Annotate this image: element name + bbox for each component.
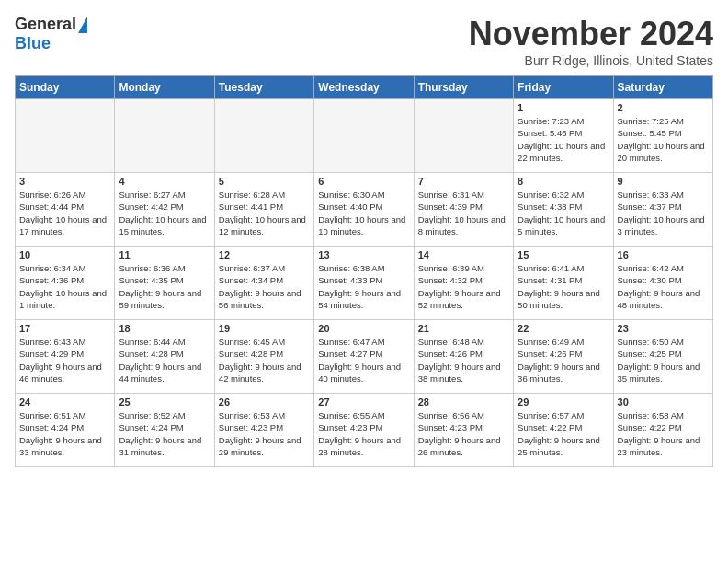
day-info: Sunrise: 6:27 AMSunset: 4:42 PMDaylight:… (119, 189, 210, 237)
day-info: Sunrise: 6:28 AMSunset: 4:41 PMDaylight:… (219, 189, 310, 237)
day-number: 28 (418, 396, 509, 408)
calendar-week-3: 10Sunrise: 6:34 AMSunset: 4:36 PMDayligh… (16, 247, 713, 320)
calendar-cell (214, 99, 313, 173)
day-info: Sunrise: 6:37 AMSunset: 4:34 PMDaylight:… (219, 262, 310, 311)
day-info: Sunrise: 6:55 AMSunset: 4:23 PMDaylight:… (318, 409, 409, 458)
weekday-header-tuesday: Tuesday (214, 76, 313, 99)
day-number: 14 (418, 249, 509, 260)
day-info: Sunrise: 6:34 AMSunset: 4:36 PMDaylight:… (19, 262, 110, 311)
day-info: Sunrise: 6:30 AMSunset: 4:40 PMDaylight:… (318, 189, 409, 237)
day-number: 19 (219, 323, 310, 334)
day-info: Sunrise: 6:39 AMSunset: 4:32 PMDaylight:… (418, 262, 509, 311)
day-info: Sunrise: 6:58 AMSunset: 4:22 PMDaylight:… (618, 409, 709, 458)
calendar-cell: 18Sunrise: 6:44 AMSunset: 4:28 PMDayligh… (115, 320, 214, 394)
day-info: Sunrise: 6:38 AMSunset: 4:33 PMDaylight:… (318, 262, 409, 311)
calendar-cell: 2Sunrise: 7:25 AMSunset: 5:45 PMDaylight… (613, 99, 712, 173)
day-number: 2 (618, 102, 709, 113)
day-number: 10 (19, 249, 110, 260)
day-number: 24 (19, 396, 110, 408)
day-info: Sunrise: 6:26 AMSunset: 4:44 PMDaylight:… (19, 189, 110, 237)
calendar-week-4: 17Sunrise: 6:43 AMSunset: 4:29 PMDayligh… (16, 320, 713, 394)
day-info: Sunrise: 7:25 AMSunset: 5:45 PMDaylight:… (618, 115, 709, 164)
calendar-cell: 14Sunrise: 6:39 AMSunset: 4:32 PMDayligh… (414, 247, 513, 320)
calendar-header-row: SundayMondayTuesdayWednesdayThursdayFrid… (16, 76, 713, 99)
calendar-cell (314, 99, 414, 173)
calendar-cell: 23Sunrise: 6:50 AMSunset: 4:25 PMDayligh… (613, 320, 712, 394)
calendar-cell (414, 99, 513, 173)
day-info: Sunrise: 6:32 AMSunset: 4:38 PMDaylight:… (518, 189, 609, 237)
day-number: 3 (19, 176, 110, 187)
weekday-header-thursday: Thursday (414, 76, 513, 99)
weekday-header-wednesday: Wednesday (314, 76, 414, 99)
day-number: 26 (219, 396, 310, 408)
calendar-cell: 6Sunrise: 6:30 AMSunset: 4:40 PMDaylight… (314, 173, 414, 247)
weekday-header-saturday: Saturday (613, 76, 712, 99)
day-number: 9 (618, 176, 709, 187)
day-number: 20 (318, 323, 409, 334)
day-number: 22 (518, 323, 609, 334)
calendar-cell: 24Sunrise: 6:51 AMSunset: 4:24 PMDayligh… (16, 394, 115, 467)
weekday-header-friday: Friday (514, 76, 613, 99)
calendar-cell: 21Sunrise: 6:48 AMSunset: 4:26 PMDayligh… (414, 320, 513, 394)
calendar-cell: 10Sunrise: 6:34 AMSunset: 4:36 PMDayligh… (16, 247, 115, 320)
day-number: 21 (418, 323, 509, 334)
day-number: 13 (318, 249, 409, 260)
day-number: 27 (318, 396, 409, 408)
calendar-cell: 17Sunrise: 6:43 AMSunset: 4:29 PMDayligh… (16, 320, 115, 394)
calendar-cell (115, 99, 214, 173)
day-info: Sunrise: 6:56 AMSunset: 4:23 PMDaylight:… (418, 409, 509, 458)
day-info: Sunrise: 6:41 AMSunset: 4:31 PMDaylight:… (518, 262, 609, 311)
day-number: 12 (219, 249, 310, 260)
calendar-week-2: 3Sunrise: 6:26 AMSunset: 4:44 PMDaylight… (16, 173, 713, 247)
calendar-cell: 12Sunrise: 6:37 AMSunset: 4:34 PMDayligh… (214, 247, 313, 320)
day-number: 15 (518, 249, 609, 260)
day-info: Sunrise: 6:57 AMSunset: 4:22 PMDaylight:… (518, 409, 609, 458)
calendar-cell: 13Sunrise: 6:38 AMSunset: 4:33 PMDayligh… (314, 247, 414, 320)
day-number: 18 (119, 323, 210, 334)
day-info: Sunrise: 6:49 AMSunset: 4:26 PMDaylight:… (518, 336, 609, 385)
calendar-cell: 19Sunrise: 6:45 AMSunset: 4:28 PMDayligh… (214, 320, 313, 394)
calendar-cell: 15Sunrise: 6:41 AMSunset: 4:31 PMDayligh… (514, 247, 613, 320)
calendar-week-1: 1Sunrise: 7:23 AMSunset: 5:46 PMDaylight… (16, 99, 713, 173)
day-number: 11 (119, 249, 210, 260)
day-info: Sunrise: 6:43 AMSunset: 4:29 PMDaylight:… (19, 336, 110, 385)
title-block: November 2024 Burr Ridge, Illinois, Unit… (469, 15, 713, 68)
day-info: Sunrise: 6:48 AMSunset: 4:26 PMDaylight:… (418, 336, 509, 385)
day-info: Sunrise: 6:45 AMSunset: 4:28 PMDaylight:… (219, 336, 310, 385)
calendar-body: 1Sunrise: 7:23 AMSunset: 5:46 PMDaylight… (16, 99, 713, 467)
calendar-cell: 25Sunrise: 6:52 AMSunset: 4:24 PMDayligh… (115, 394, 214, 467)
calendar-cell: 26Sunrise: 6:53 AMSunset: 4:23 PMDayligh… (214, 394, 313, 467)
day-info: Sunrise: 6:44 AMSunset: 4:28 PMDaylight:… (119, 336, 210, 385)
calendar-cell: 3Sunrise: 6:26 AMSunset: 4:44 PMDaylight… (16, 173, 115, 247)
calendar-cell: 11Sunrise: 6:36 AMSunset: 4:35 PMDayligh… (115, 247, 214, 320)
day-info: Sunrise: 6:31 AMSunset: 4:39 PMDaylight:… (418, 189, 509, 237)
day-number: 4 (119, 176, 210, 187)
calendar-table: SundayMondayTuesdayWednesdayThursdayFrid… (15, 75, 713, 467)
weekday-header-monday: Monday (115, 76, 214, 99)
calendar-cell: 1Sunrise: 7:23 AMSunset: 5:46 PMDaylight… (514, 99, 613, 173)
day-info: Sunrise: 6:50 AMSunset: 4:25 PMDaylight:… (618, 336, 709, 385)
day-number: 30 (618, 396, 709, 408)
day-info: Sunrise: 6:33 AMSunset: 4:37 PMDaylight:… (618, 189, 709, 237)
day-number: 7 (418, 176, 509, 187)
calendar-cell: 27Sunrise: 6:55 AMSunset: 4:23 PMDayligh… (314, 394, 414, 467)
weekday-header-sunday: Sunday (16, 76, 115, 99)
day-number: 6 (318, 176, 409, 187)
day-number: 1 (518, 102, 609, 113)
day-info: Sunrise: 6:53 AMSunset: 4:23 PMDaylight:… (219, 409, 310, 458)
logo: General Blue (15, 15, 87, 53)
day-info: Sunrise: 7:23 AMSunset: 5:46 PMDaylight:… (518, 115, 609, 164)
day-number: 29 (518, 396, 609, 408)
day-number: 25 (119, 396, 210, 408)
day-info: Sunrise: 6:42 AMSunset: 4:30 PMDaylight:… (618, 262, 709, 311)
calendar-cell: 16Sunrise: 6:42 AMSunset: 4:30 PMDayligh… (613, 247, 712, 320)
day-info: Sunrise: 6:36 AMSunset: 4:35 PMDaylight:… (119, 262, 210, 311)
page-header: General Blue November 2024 Burr Ridge, I… (15, 15, 713, 68)
day-number: 23 (618, 323, 709, 334)
calendar-week-5: 24Sunrise: 6:51 AMSunset: 4:24 PMDayligh… (16, 394, 713, 467)
calendar-cell: 8Sunrise: 6:32 AMSunset: 4:38 PMDaylight… (514, 173, 613, 247)
calendar-cell (16, 99, 115, 173)
calendar-cell: 4Sunrise: 6:27 AMSunset: 4:42 PMDaylight… (115, 173, 214, 247)
day-info: Sunrise: 6:52 AMSunset: 4:24 PMDaylight:… (119, 409, 210, 458)
calendar-cell: 28Sunrise: 6:56 AMSunset: 4:23 PMDayligh… (414, 394, 513, 467)
